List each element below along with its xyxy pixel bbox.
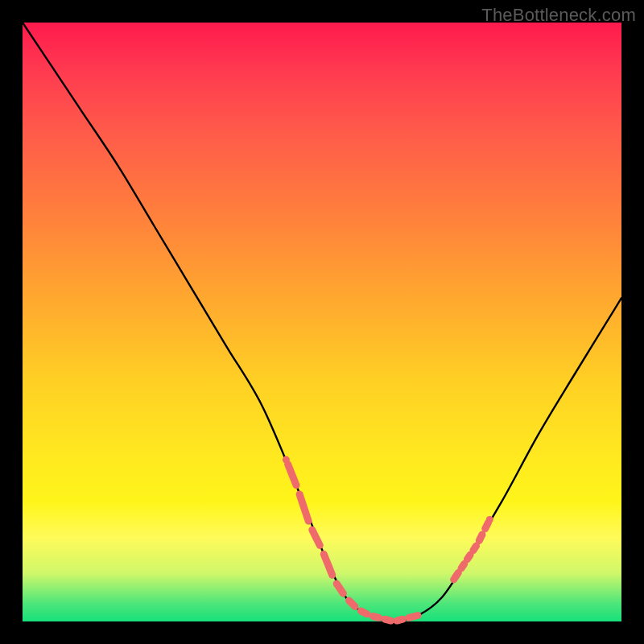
highlight-dash bbox=[467, 555, 470, 559]
highlight-dash bbox=[336, 584, 343, 593]
chart-frame: TheBottleneck.com bbox=[0, 0, 644, 644]
highlight-dash bbox=[324, 554, 332, 575]
highlight-dash bbox=[312, 530, 320, 545]
highlight-dash bbox=[349, 601, 355, 606]
highlight-dash bbox=[409, 617, 415, 618]
highlight-dash bbox=[361, 611, 366, 614]
bottleneck-curve bbox=[23, 23, 621, 621]
highlight-dash bbox=[397, 619, 402, 621]
highlight-dot bbox=[283, 456, 290, 464]
highlight-dash bbox=[299, 494, 308, 521]
highlight-dash bbox=[385, 619, 391, 621]
watermark-text: TheBottleneck.com bbox=[481, 5, 636, 26]
highlight-dot bbox=[486, 516, 493, 523]
highlight-dash bbox=[485, 522, 489, 529]
highlight-dot bbox=[450, 576, 457, 583]
highlight-dash bbox=[473, 546, 477, 551]
highlight-dash bbox=[461, 564, 464, 568]
highlight-dot bbox=[415, 612, 422, 619]
highlight-left bbox=[283, 456, 422, 621]
highlight-dash bbox=[479, 535, 482, 541]
highlight-dash bbox=[288, 464, 296, 485]
highlight-right bbox=[450, 516, 493, 583]
highlight-dash bbox=[373, 617, 379, 618]
chart-overlay bbox=[23, 23, 621, 621]
